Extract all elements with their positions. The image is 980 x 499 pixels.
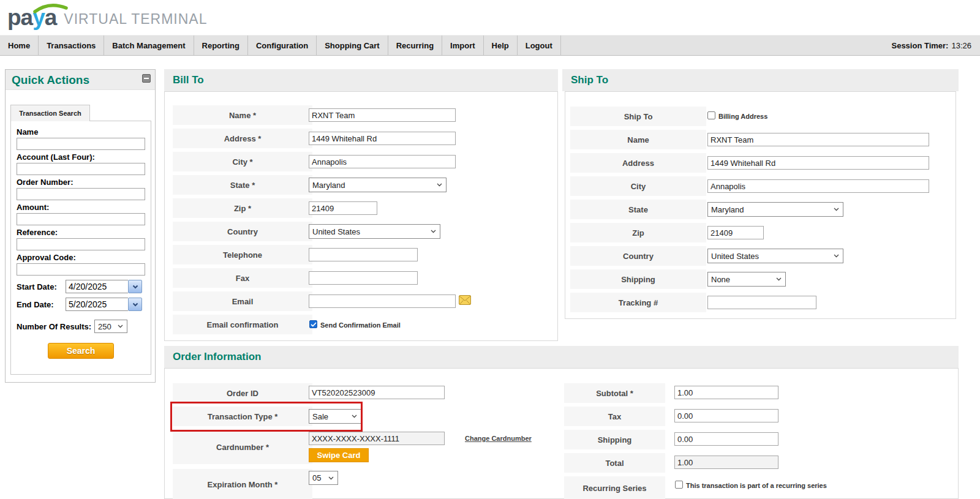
main-nav: Home Transactions Batch Management Repor… [0, 35, 980, 56]
account-last-four-input[interactable] [17, 163, 145, 175]
transaction-search-form: Name Account (Last Four): Order Number: … [10, 121, 151, 375]
ship-state-value: Maryland [711, 205, 744, 214]
subtotal-label: Subtotal * [564, 383, 665, 403]
ship-to-label: Ship To [570, 107, 706, 126]
bill-country-select[interactable]: United States [309, 224, 440, 239]
bill-email-input[interactable] [309, 295, 456, 308]
bill-zip-input[interactable] [309, 201, 377, 215]
ship-zip-input[interactable] [707, 226, 764, 239]
bill-city-input[interactable] [309, 155, 456, 168]
nav-item-recurring[interactable]: Recurring [388, 36, 442, 55]
bill-telephone-label: Telephone [173, 245, 312, 265]
order-id-label: Order ID [173, 383, 312, 403]
billing-address-checkbox[interactable] [707, 111, 715, 119]
ship-city-input[interactable] [707, 179, 929, 193]
expiration-month-label: Expiration Month * [173, 469, 312, 499]
session-timer: Session Timer:13:26 [891, 36, 971, 55]
bill-name-input[interactable] [309, 108, 456, 122]
ship-name-input[interactable] [707, 133, 929, 146]
order-information-header: Order Information [164, 346, 959, 368]
ship-shipping-select[interactable]: None [707, 272, 786, 287]
approval-code-label: Approval Code: [17, 253, 145, 262]
amount-label: Amount: [17, 203, 145, 212]
approval-code-input[interactable] [17, 263, 145, 276]
ship-name-label: Name [570, 130, 706, 149]
bill-to-header: Bill To [164, 69, 558, 91]
ship-state-label: State [570, 200, 706, 219]
ship-city-label: City [570, 176, 706, 196]
total-input[interactable] [674, 456, 778, 469]
order-number-label: Order Number: [17, 178, 145, 187]
nav-item-logout[interactable]: Logout [518, 36, 561, 55]
ship-state-select[interactable]: Maryland [707, 202, 843, 217]
ship-country-select[interactable]: United States [707, 249, 843, 263]
ship-address-label: Address [570, 153, 706, 173]
reference-input[interactable] [17, 238, 145, 250]
ship-to-header: Ship To [562, 69, 959, 91]
send-confirmation-email-text: Send Confirmation Email [320, 321, 401, 329]
nav-item-transactions[interactable]: Transactions [39, 36, 104, 55]
recurring-series-checkbox[interactable] [675, 481, 683, 489]
tax-label: Tax [564, 407, 665, 426]
ship-zip-label: Zip [570, 223, 706, 242]
amount-input[interactable] [17, 213, 145, 225]
recurring-series-text: This transaction is part of a recurring … [686, 482, 827, 489]
chevron-down-icon [437, 183, 442, 187]
transaction-type-highlight-box [170, 402, 363, 432]
bill-to-section: Name * Address * City * State * Maryland… [164, 91, 558, 341]
ship-to-title: Ship To [562, 74, 608, 86]
chevron-down-icon [132, 302, 138, 307]
number-of-results-value: 250 [98, 322, 111, 331]
order-id-input[interactable] [309, 386, 445, 399]
search-button[interactable]: Search [48, 343, 114, 359]
nav-item-reporting[interactable]: Reporting [194, 36, 248, 55]
name-input[interactable] [17, 138, 145, 150]
shipping-input[interactable] [674, 432, 778, 446]
cardnumber-input[interactable] [309, 432, 445, 445]
bill-email-label: Email [173, 291, 312, 311]
expiration-month-value: 05 [312, 473, 321, 482]
start-date-input[interactable] [66, 280, 128, 293]
nav-item-import[interactable]: Import [442, 36, 483, 55]
swipe-card-button[interactable]: Swipe Card [309, 448, 369, 462]
tax-input[interactable] [674, 409, 778, 422]
ship-tracking-input[interactable] [707, 296, 816, 309]
minimize-button[interactable] [142, 74, 151, 83]
bill-zip-label: Zip * [173, 198, 312, 218]
bill-address-input[interactable] [309, 132, 456, 145]
bill-fax-input[interactable] [309, 271, 418, 285]
tab-transaction-search[interactable]: Transaction Search [10, 105, 90, 121]
quick-actions-header: Quick Actions [6, 70, 155, 90]
ship-address-input[interactable] [707, 156, 929, 170]
start-date-label: Start Date: [17, 282, 66, 291]
bill-city-label: City * [173, 152, 312, 171]
end-date-picker-button[interactable] [128, 298, 142, 311]
ship-to-section: Ship To Billing Address Name Address Cit… [565, 91, 956, 319]
nav-item-shopping-cart[interactable]: Shopping Cart [317, 36, 388, 55]
nav-item-batch-management[interactable]: Batch Management [104, 36, 194, 55]
nav-item-home[interactable]: Home [0, 36, 39, 55]
number-of-results-select[interactable]: 250 [94, 320, 127, 333]
order-information-section: Order ID Transaction Type * Sale Cardnum… [164, 368, 959, 499]
nav-item-help[interactable]: Help [484, 36, 518, 55]
expiration-month-select[interactable]: 05 [309, 471, 338, 485]
bill-state-select[interactable]: Maryland [309, 178, 447, 192]
bill-name-label: Name * [173, 105, 312, 125]
minus-icon [144, 78, 149, 79]
bill-telephone-input[interactable] [309, 248, 418, 261]
logo-swoosh-icon [33, 2, 69, 13]
shipping-label: Shipping [564, 430, 665, 449]
virtual-terminal-app: paya VIRTUAL TERMINAL Home Transactions … [0, 0, 980, 499]
subtotal-input[interactable] [674, 386, 778, 399]
checkmark-icon [311, 322, 317, 327]
chevron-down-icon [776, 277, 782, 281]
end-date-input[interactable] [66, 298, 128, 311]
nav-item-configuration[interactable]: Configuration [248, 36, 317, 55]
send-confirmation-email-checkbox[interactable] [309, 320, 317, 328]
change-cardnumber-link[interactable]: Change Cardnumber [465, 435, 532, 442]
order-number-input[interactable] [17, 188, 145, 200]
session-timer-label: Session Timer: [891, 41, 948, 50]
bill-email-confirmation-label: Email confirmation [173, 315, 312, 334]
envelope-icon[interactable] [459, 295, 471, 305]
start-date-picker-button[interactable] [128, 280, 142, 293]
